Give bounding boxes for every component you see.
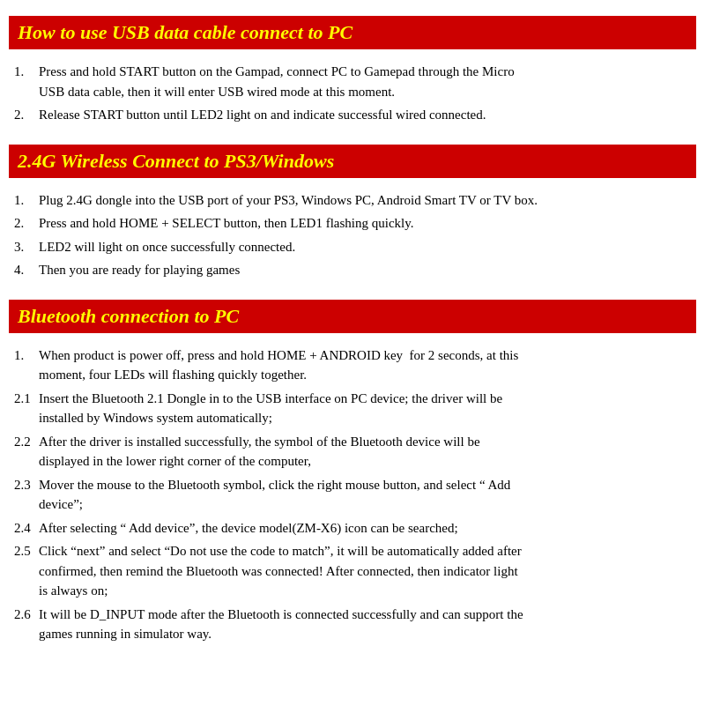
- usb-content: 1. Press and hold START button on the Ga…: [9, 58, 696, 136]
- item-num: 1.: [14, 62, 39, 101]
- list-item: 2. Release START button until LED2 light…: [14, 105, 691, 125]
- bluetooth-section: Bluetooth connection to PC 1. When produ…: [9, 300, 696, 655]
- item-text: When product is power off, press and hol…: [39, 345, 691, 385]
- item-text: Release START button until LED2 light on…: [39, 105, 691, 125]
- item-text: Insert the Bluetooth 2.1 Dongle in to th…: [39, 389, 691, 428]
- item-text: It will be D_INPUT mode after the Blueto…: [39, 605, 691, 644]
- list-item: 2.6 It will be D_INPUT mode after the Bl…: [14, 605, 691, 644]
- list-item: 1. When product is power off, press and …: [14, 345, 691, 385]
- bluetooth-title: Bluetooth connection to PC: [18, 305, 687, 328]
- item-text: After the driver is installed successful…: [39, 432, 691, 472]
- item-num: 2.5: [14, 541, 39, 601]
- list-item: 4. Then you are ready for playing games: [14, 260, 691, 280]
- item-num: 2.: [14, 105, 39, 125]
- list-item: 2.5 Click “next” and select “Do not use …: [14, 541, 691, 601]
- list-item: 1. Plug 2.4G dongle into the USB port of…: [14, 190, 691, 211]
- list-item: 3. LED2 will light on once successfully …: [14, 237, 691, 257]
- bluetooth-content: 1. When product is power off, press and …: [9, 342, 696, 655]
- item-num: 2.3: [14, 475, 39, 515]
- item-num: 2.: [14, 213, 39, 234]
- list-item: 2.2 After the driver is installed succes…: [14, 432, 691, 472]
- usb-header: How to use USB data cable connect to PC: [9, 16, 696, 49]
- item-num: 2.2: [14, 432, 39, 472]
- page-container: How to use USB data cable connect to PC …: [9, 16, 696, 655]
- item-num: 2.6: [14, 605, 39, 644]
- item-num: 2.1: [14, 389, 39, 428]
- item-text: Click “next” and select “Do not use the …: [39, 541, 691, 601]
- item-num: 4.: [14, 260, 39, 280]
- list-item: 2.1 Insert the Bluetooth 2.1 Dongle in t…: [14, 389, 691, 428]
- list-item: 2. Press and hold HOME + SELECT button, …: [14, 213, 691, 234]
- item-num: 1.: [14, 190, 39, 211]
- item-num: 3.: [14, 237, 39, 257]
- usb-title: How to use USB data cable connect to PC: [18, 21, 687, 44]
- item-text: LED2 will light on once successfully con…: [39, 237, 691, 257]
- list-item: 2.3 Mover the mouse to the Bluetooth sym…: [14, 475, 691, 515]
- item-text: Plug 2.4G dongle into the USB port of yo…: [39, 190, 691, 211]
- list-item: 1. Press and hold START button on the Ga…: [14, 62, 691, 101]
- bluetooth-header: Bluetooth connection to PC: [9, 300, 696, 333]
- wireless-header: 2.4G Wireless Connect to PS3/Windows: [9, 145, 696, 178]
- wireless-content: 1. Plug 2.4G dongle into the USB port of…: [9, 187, 696, 291]
- item-text: Then you are ready for playing games: [39, 260, 691, 280]
- wireless-title: 2.4G Wireless Connect to PS3/Windows: [18, 150, 687, 173]
- item-num: 1.: [14, 345, 39, 385]
- list-item: 2.4 After selecting “ Add device”, the d…: [14, 518, 691, 539]
- wireless-section: 2.4G Wireless Connect to PS3/Windows 1. …: [9, 145, 696, 291]
- usb-section: How to use USB data cable connect to PC …: [9, 16, 696, 136]
- item-text: After selecting “ Add device”, the devic…: [39, 518, 691, 539]
- item-text: Press and hold START button on the Gampa…: [39, 62, 691, 101]
- item-text: Press and hold HOME + SELECT button, the…: [39, 213, 691, 234]
- item-text: Mover the mouse to the Bluetooth symbol,…: [39, 475, 691, 515]
- item-num: 2.4: [14, 518, 39, 539]
